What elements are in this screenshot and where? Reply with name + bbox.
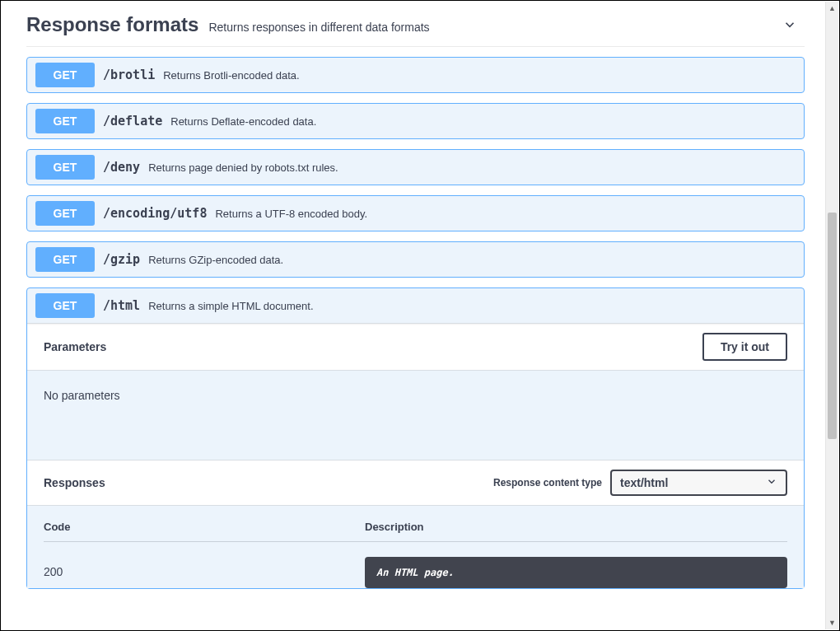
response-row: 200 An HTML page. (44, 542, 787, 588)
section-header[interactable]: Response formats Returns responses in di… (26, 2, 805, 47)
chevron-down-icon (766, 476, 777, 490)
scrollbar-track[interactable] (826, 15, 838, 616)
content-type-value: text/html (620, 476, 668, 489)
chevron-down-icon[interactable] (782, 16, 798, 33)
operation-path: /deflate (103, 114, 162, 129)
no-parameters-text: No parameters (27, 370, 804, 460)
try-it-out-button[interactable]: Try it out (702, 333, 787, 361)
operation-description: Returns GZip-encoded data. (148, 254, 283, 266)
method-badge: GET (35, 247, 95, 272)
operation-description: Returns a UTF-8 encoded body. (215, 208, 367, 220)
operation-description: Returns Deflate-encoded data. (170, 115, 316, 128)
parameters-bar: Parameters Try it out (27, 323, 804, 370)
app-window: Response formats Returns responses in di… (0, 0, 840, 631)
section-description: Returns responses in different data form… (208, 21, 429, 34)
method-badge: GET (35, 109, 95, 133)
operation-row: GET /gzip Returns GZip-encoded data. (26, 241, 805, 278)
operation-description: Returns Brotli-encoded data. (163, 69, 299, 82)
operation-summary[interactable]: GET /brotli Returns Brotli-encoded data. (27, 58, 804, 92)
scrollbar-thumb[interactable] (828, 213, 837, 439)
operation-row: GET /encoding/utf8 Returns a UTF-8 encod… (26, 195, 805, 231)
operation-row: GET /deflate Returns Deflate-encoded dat… (26, 103, 805, 139)
operation-summary[interactable]: GET /html Returns a simple HTML document… (27, 288, 804, 323)
method-badge: GET (35, 155, 95, 180)
operation-path: /encoding/utf8 (103, 206, 207, 221)
scroll-down-arrow-icon[interactable]: ▼ (826, 616, 838, 629)
response-code: 200 (44, 557, 365, 588)
responses-table: Code Description 200 An HTML page. (27, 506, 804, 588)
operation-description: Returns a simple HTML document. (148, 300, 313, 312)
operation-summary[interactable]: GET /deny Returns page denied by robots.… (27, 150, 804, 185)
responses-label: Responses (44, 476, 105, 489)
scroll-up-arrow-icon[interactable]: ▲ (826, 2, 838, 15)
content-type-label: Response content type (493, 477, 602, 488)
operation-body: Parameters Try it out No parameters Resp… (27, 323, 804, 588)
operation-path: /brotli (103, 68, 155, 82)
section-title: Response formats (26, 13, 198, 36)
operation-row: GET /deny Returns page denied by robots.… (26, 149, 805, 185)
responses-bar: Responses Response content type text/htm… (27, 460, 804, 506)
content-type-select[interactable]: text/html (610, 470, 787, 496)
operation-summary[interactable]: GET /encoding/utf8 Returns a UTF-8 encod… (27, 196, 804, 231)
operation-summary[interactable]: GET /gzip Returns GZip-encoded data. (27, 242, 804, 277)
operation-path: /gzip (103, 252, 140, 267)
method-badge: GET (35, 63, 95, 87)
method-badge: GET (35, 201, 95, 226)
operation-path: /deny (103, 160, 140, 175)
method-badge: GET (35, 293, 95, 318)
operation-row: GET /brotli Returns Brotli-encoded data. (26, 57, 805, 93)
operation-path: /html (103, 298, 140, 313)
operation-description: Returns page denied by robots.txt rules. (148, 161, 338, 174)
operation-row: GET /html Returns a simple HTML document… (26, 287, 805, 589)
operation-summary[interactable]: GET /deflate Returns Deflate-encoded dat… (27, 104, 804, 138)
code-column-header: Code (44, 521, 365, 533)
vertical-scrollbar[interactable]: ▲ ▼ (825, 2, 838, 629)
parameters-label: Parameters (44, 340, 106, 353)
response-description: An HTML page. (365, 557, 787, 588)
scroll-area[interactable]: Response formats Returns responses in di… (2, 2, 824, 629)
description-column-header: Description (365, 521, 787, 533)
